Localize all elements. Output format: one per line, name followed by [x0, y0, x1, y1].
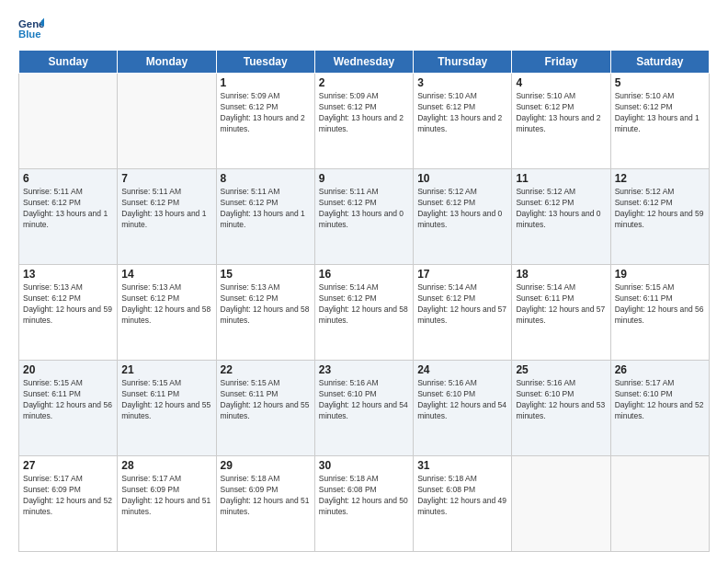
day-info: Sunrise: 5:10 AMSunset: 6:12 PMDaylight:…	[615, 91, 705, 135]
calendar-cell: 21Sunrise: 5:15 AMSunset: 6:11 PMDayligh…	[118, 361, 216, 456]
calendar-cell: 3Sunrise: 5:10 AMSunset: 6:12 PMDaylight…	[414, 74, 512, 169]
day-header: Monday	[118, 51, 216, 74]
day-number: 17	[417, 268, 507, 281]
day-number: 5	[615, 76, 705, 89]
calendar-cell: 13Sunrise: 5:13 AMSunset: 6:12 PMDayligh…	[19, 265, 118, 361]
day-info: Sunrise: 5:16 AMSunset: 6:10 PMDaylight:…	[516, 378, 606, 422]
calendar-week: 27Sunrise: 5:17 AMSunset: 6:09 PMDayligh…	[19, 456, 710, 552]
calendar-cell: 6Sunrise: 5:11 AMSunset: 6:12 PMDaylight…	[19, 169, 118, 265]
day-info: Sunrise: 5:13 AMSunset: 6:12 PMDaylight:…	[221, 282, 311, 327]
day-info: Sunrise: 5:11 AMSunset: 6:12 PMDaylight:…	[319, 187, 409, 231]
day-header: Friday	[512, 51, 610, 74]
day-info: Sunrise: 5:10 AMSunset: 6:12 PMDaylight:…	[417, 91, 507, 135]
day-number: 19	[615, 268, 705, 281]
calendar-cell: 11Sunrise: 5:12 AMSunset: 6:12 PMDayligh…	[512, 169, 610, 265]
day-info: Sunrise: 5:15 AMSunset: 6:11 PMDaylight:…	[615, 282, 705, 327]
day-header: Saturday	[610, 51, 709, 74]
calendar-cell: 9Sunrise: 5:11 AMSunset: 6:12 PMDaylight…	[314, 169, 413, 265]
calendar-cell: 17Sunrise: 5:14 AMSunset: 6:12 PMDayligh…	[414, 265, 512, 361]
day-number: 26	[615, 363, 705, 376]
calendar-week: 6Sunrise: 5:11 AMSunset: 6:12 PMDaylight…	[19, 169, 710, 265]
day-number: 13	[23, 268, 113, 281]
day-info: Sunrise: 5:12 AMSunset: 6:12 PMDaylight:…	[516, 187, 606, 231]
day-number: 4	[516, 76, 606, 89]
calendar-header: SundayMondayTuesdayWednesdayThursdayFrid…	[19, 51, 710, 74]
calendar-cell	[19, 74, 118, 169]
logo-icon: General Blue	[18, 15, 44, 40]
day-number: 11	[516, 172, 606, 185]
day-info: Sunrise: 5:14 AMSunset: 6:11 PMDaylight:…	[516, 282, 606, 327]
day-number: 8	[221, 172, 311, 185]
day-info: Sunrise: 5:17 AMSunset: 6:10 PMDaylight:…	[615, 378, 705, 422]
calendar-cell: 2Sunrise: 5:09 AMSunset: 6:12 PMDaylight…	[314, 74, 413, 169]
calendar-cell: 24Sunrise: 5:16 AMSunset: 6:10 PMDayligh…	[414, 361, 512, 456]
day-info: Sunrise: 5:13 AMSunset: 6:12 PMDaylight:…	[121, 282, 211, 327]
calendar-week: 20Sunrise: 5:15 AMSunset: 6:11 PMDayligh…	[19, 361, 710, 456]
day-number: 20	[23, 363, 113, 376]
day-number: 24	[417, 363, 507, 376]
calendar-cell	[512, 456, 610, 552]
page: General Blue SundayMondayTuesdayWednesda…	[0, 0, 728, 563]
day-info: Sunrise: 5:11 AMSunset: 6:12 PMDaylight:…	[221, 187, 311, 231]
calendar-cell: 25Sunrise: 5:16 AMSunset: 6:10 PMDayligh…	[512, 361, 610, 456]
calendar-cell: 27Sunrise: 5:17 AMSunset: 6:09 PMDayligh…	[19, 456, 118, 552]
day-header: Wednesday	[314, 51, 413, 74]
calendar-week: 13Sunrise: 5:13 AMSunset: 6:12 PMDayligh…	[19, 265, 710, 361]
calendar-cell: 8Sunrise: 5:11 AMSunset: 6:12 PMDaylight…	[216, 169, 314, 265]
day-header: Thursday	[414, 51, 512, 74]
day-number: 1	[221, 76, 311, 89]
calendar-cell: 23Sunrise: 5:16 AMSunset: 6:10 PMDayligh…	[314, 361, 413, 456]
day-number: 14	[121, 268, 211, 281]
calendar-cell: 10Sunrise: 5:12 AMSunset: 6:12 PMDayligh…	[414, 169, 512, 265]
calendar-body: 1Sunrise: 5:09 AMSunset: 6:12 PMDaylight…	[19, 74, 710, 552]
calendar-cell: 15Sunrise: 5:13 AMSunset: 6:12 PMDayligh…	[216, 265, 314, 361]
day-info: Sunrise: 5:18 AMSunset: 6:08 PMDaylight:…	[417, 474, 507, 518]
day-info: Sunrise: 5:17 AMSunset: 6:09 PMDaylight:…	[23, 474, 113, 518]
day-number: 7	[121, 172, 211, 185]
day-info: Sunrise: 5:14 AMSunset: 6:12 PMDaylight:…	[417, 282, 507, 327]
header-row: SundayMondayTuesdayWednesdayThursdayFrid…	[19, 51, 710, 74]
calendar-week: 1Sunrise: 5:09 AMSunset: 6:12 PMDaylight…	[19, 74, 710, 169]
logo: General Blue	[18, 15, 48, 40]
day-number: 12	[615, 172, 705, 185]
calendar-cell: 28Sunrise: 5:17 AMSunset: 6:09 PMDayligh…	[118, 456, 216, 552]
day-number: 2	[319, 76, 409, 89]
day-number: 25	[516, 363, 606, 376]
calendar-cell: 12Sunrise: 5:12 AMSunset: 6:12 PMDayligh…	[610, 169, 709, 265]
day-number: 9	[319, 172, 409, 185]
calendar-cell: 19Sunrise: 5:15 AMSunset: 6:11 PMDayligh…	[610, 265, 709, 361]
day-info: Sunrise: 5:11 AMSunset: 6:12 PMDaylight:…	[23, 187, 113, 231]
day-info: Sunrise: 5:12 AMSunset: 6:12 PMDaylight:…	[417, 187, 507, 231]
day-info: Sunrise: 5:10 AMSunset: 6:12 PMDaylight:…	[516, 91, 606, 135]
calendar-cell: 14Sunrise: 5:13 AMSunset: 6:12 PMDayligh…	[118, 265, 216, 361]
day-number: 29	[221, 459, 311, 472]
svg-text:Blue: Blue	[18, 29, 41, 40]
day-info: Sunrise: 5:16 AMSunset: 6:10 PMDaylight:…	[417, 378, 507, 422]
calendar-cell: 26Sunrise: 5:17 AMSunset: 6:10 PMDayligh…	[610, 361, 709, 456]
day-number: 23	[319, 363, 409, 376]
day-info: Sunrise: 5:13 AMSunset: 6:12 PMDaylight:…	[23, 282, 113, 327]
calendar-cell: 1Sunrise: 5:09 AMSunset: 6:12 PMDaylight…	[216, 74, 314, 169]
calendar: SundayMondayTuesdayWednesdayThursdayFrid…	[18, 50, 710, 552]
day-info: Sunrise: 5:09 AMSunset: 6:12 PMDaylight:…	[221, 91, 311, 135]
day-number: 30	[319, 459, 409, 472]
calendar-cell: 20Sunrise: 5:15 AMSunset: 6:11 PMDayligh…	[19, 361, 118, 456]
day-info: Sunrise: 5:15 AMSunset: 6:11 PMDaylight:…	[121, 378, 211, 422]
calendar-cell: 22Sunrise: 5:15 AMSunset: 6:11 PMDayligh…	[216, 361, 314, 456]
day-number: 16	[319, 268, 409, 281]
day-number: 10	[417, 172, 507, 185]
day-number: 28	[121, 459, 211, 472]
day-number: 15	[221, 268, 311, 281]
day-info: Sunrise: 5:11 AMSunset: 6:12 PMDaylight:…	[121, 187, 211, 231]
calendar-cell: 29Sunrise: 5:18 AMSunset: 6:09 PMDayligh…	[216, 456, 314, 552]
day-info: Sunrise: 5:16 AMSunset: 6:10 PMDaylight:…	[319, 378, 409, 422]
day-number: 22	[221, 363, 311, 376]
day-info: Sunrise: 5:15 AMSunset: 6:11 PMDaylight:…	[23, 378, 113, 422]
calendar-cell: 31Sunrise: 5:18 AMSunset: 6:08 PMDayligh…	[414, 456, 512, 552]
day-info: Sunrise: 5:14 AMSunset: 6:12 PMDaylight:…	[319, 282, 409, 327]
day-info: Sunrise: 5:17 AMSunset: 6:09 PMDaylight:…	[121, 474, 211, 518]
calendar-cell: 18Sunrise: 5:14 AMSunset: 6:11 PMDayligh…	[512, 265, 610, 361]
day-number: 3	[417, 76, 507, 89]
calendar-cell	[118, 74, 216, 169]
calendar-cell: 30Sunrise: 5:18 AMSunset: 6:08 PMDayligh…	[314, 456, 413, 552]
